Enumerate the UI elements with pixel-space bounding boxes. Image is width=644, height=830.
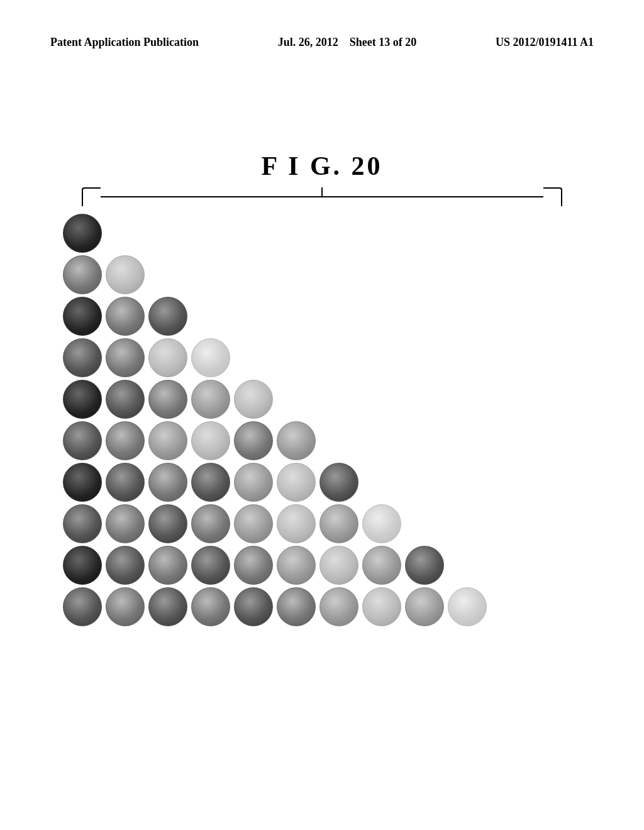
diagram-circle [319,504,358,543]
diagram-row [63,338,503,377]
diagram-circle [63,297,102,336]
diagram-circle [362,546,401,585]
diagram-circle [277,504,316,543]
diagram-circle [106,463,145,502]
diagram-circle [362,504,401,543]
publication-text: Patent Application Publication [50,36,199,48]
diagram-circle [277,587,316,626]
diagram-circle [106,546,145,585]
brace-center-tick [321,187,323,196]
diagram-circle [106,587,145,626]
diagram-circle [106,297,145,336]
diagram-circle [148,421,187,460]
diagram-circle [362,587,401,626]
diagram-circle [319,587,358,626]
diagram-circle [148,380,187,419]
patent-number-text: US 2012/0191411 A1 [496,36,594,48]
diagram-row [63,504,503,543]
diagram-circle [405,587,444,626]
diagram-circle [63,587,102,626]
diagram-circle [319,463,358,502]
diagram-circle [63,338,102,377]
diagram-circle [234,380,273,419]
diagram-row [63,546,503,585]
diagram-circle [448,587,487,626]
patent-number-label: US 2012/0191411 A1 [496,35,594,50]
diagram-row [63,463,503,502]
diagram-circle [234,546,273,585]
brace-bracket [82,187,562,206]
diagram-circle [106,255,145,294]
diagram-circle [234,587,273,626]
diagram-circle [319,546,358,585]
diagram-circle [191,338,230,377]
diagram-circle [405,546,444,585]
circle-diagram [63,214,503,629]
diagram-circle [148,587,187,626]
diagram-circle [63,546,102,585]
diagram-circle [277,463,316,502]
brace-right-end [543,187,562,206]
diagram-circle [148,504,187,543]
diagram-circle [191,463,230,502]
diagram-circle [63,255,102,294]
diagram-circle [148,546,187,585]
date-text: Jul. 26, 2012 [278,36,338,48]
diagram-circle [191,504,230,543]
diagram-circle [106,380,145,419]
diagram-circle [63,504,102,543]
diagram-circle [148,463,187,502]
sheet-text: Sheet 13 of 20 [350,36,417,48]
diagram-circle [106,421,145,460]
diagram-circle [191,421,230,460]
diagram-row [63,255,503,294]
diagram-circle [191,380,230,419]
publication-label: Patent Application Publication [50,35,199,50]
diagram-row [63,587,503,626]
diagram-row [63,297,503,336]
diagram-circle [277,546,316,585]
page-header: Patent Application Publication Jul. 26, … [0,35,644,50]
diagram-row [63,214,503,253]
diagram-circle [106,504,145,543]
diagram-circle [234,504,273,543]
diagram-circle [148,338,187,377]
diagram-circle [234,463,273,502]
diagram-circle [63,380,102,419]
diagram-circle [63,214,102,253]
diagram-circle [191,546,230,585]
brace-left-end [82,187,101,206]
diagram-row [63,380,503,419]
diagram-row [63,421,503,460]
figure-label: F I G. 20 [261,151,382,181]
diagram-circle [63,463,102,502]
diagram-circle [277,421,316,460]
diagram-circle [63,421,102,460]
diagram-circle [106,338,145,377]
diagram-circle [191,587,230,626]
diagram-circle [234,421,273,460]
diagram-circle [148,297,187,336]
brace-horizontal-line [101,196,543,197]
date-sheet-label: Jul. 26, 2012 Sheet 13 of 20 [278,35,417,50]
